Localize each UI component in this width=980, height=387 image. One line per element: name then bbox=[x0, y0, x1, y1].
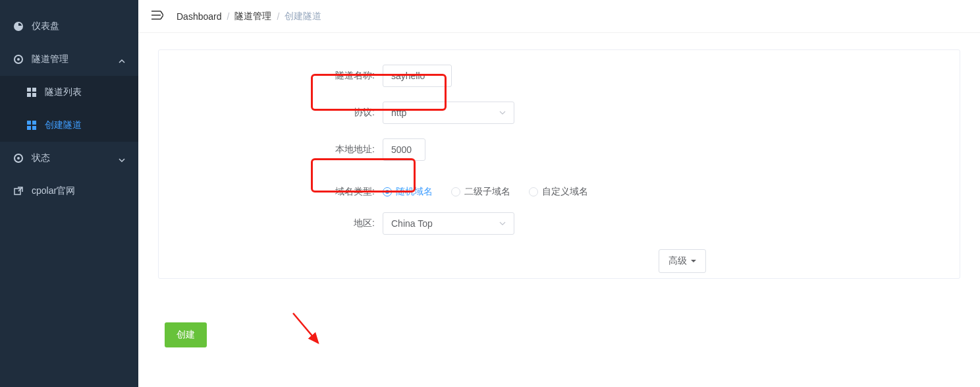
protocol-label: 协议: bbox=[159, 107, 383, 119]
chevron-down-icon bbox=[499, 107, 506, 118]
row-tunnel-name: 隧道名称: bbox=[159, 65, 960, 87]
protocol-value: http bbox=[391, 107, 406, 118]
svg-rect-9 bbox=[32, 126, 36, 130]
tunnel-name-label: 隧道名称: bbox=[159, 70, 383, 82]
sidebar-item-tunnel-list[interactable]: 隧道列表 bbox=[0, 76, 138, 109]
row-region: 地区: China Top bbox=[159, 212, 960, 235]
radio-circle bbox=[451, 187, 460, 196]
menu-toggle-icon[interactable] bbox=[151, 10, 163, 22]
region-label: 地区: bbox=[159, 218, 383, 229]
local-addr-input[interactable] bbox=[383, 138, 425, 161]
row-domain-type: 域名类型: 随机域名 二级子域名 自定义域名 bbox=[159, 186, 960, 198]
sidebar-label-cpolar-site: cpolar官网 bbox=[32, 185, 75, 197]
local-addr-label: 本地地址: bbox=[159, 144, 383, 156]
svg-rect-3 bbox=[32, 88, 36, 92]
region-value: China Top bbox=[391, 218, 433, 229]
region-select[interactable]: China Top bbox=[383, 212, 514, 235]
sidebar: 仪表盘 隧道管理 隧道列表 bbox=[0, 0, 138, 387]
breadcrumb-create-tunnel: 创建隧道 bbox=[285, 11, 321, 22]
row-local-addr: 本地地址: bbox=[159, 138, 960, 161]
advanced-row: 高级 bbox=[159, 249, 960, 273]
tunnel-icon bbox=[13, 54, 24, 65]
radio-sub-domain[interactable]: 二级子域名 bbox=[451, 186, 510, 198]
svg-line-13 bbox=[293, 313, 318, 343]
breadcrumb-dashboard[interactable]: Dashboard bbox=[177, 11, 222, 22]
radio-label-custom: 自定义域名 bbox=[542, 186, 588, 198]
caret-down-icon bbox=[691, 258, 696, 264]
chevron-down-icon bbox=[119, 155, 125, 162]
external-link-icon bbox=[13, 186, 24, 196]
breadcrumb: Dashboard / 隧道管理 / 创建隧道 bbox=[177, 11, 321, 22]
svg-rect-5 bbox=[32, 93, 36, 97]
svg-rect-7 bbox=[32, 121, 36, 125]
sidebar-item-cpolar-site[interactable]: cpolar官网 bbox=[0, 175, 138, 208]
breadcrumb-sep: / bbox=[277, 11, 279, 22]
breadcrumb-tunnel-mgmt[interactable]: 隧道管理 bbox=[234, 11, 271, 22]
domain-radio-group: 随机域名 二级子域名 自定义域名 bbox=[383, 186, 588, 198]
tunnel-name-input[interactable] bbox=[383, 65, 452, 87]
sidebar-item-status[interactable]: 状态 bbox=[0, 142, 138, 175]
sidebar-label-tunnel-mgmt: 隧道管理 bbox=[32, 53, 68, 65]
domain-type-label: 域名类型: bbox=[159, 186, 383, 198]
radio-label-random: 随机域名 bbox=[396, 186, 433, 198]
grid-icon bbox=[26, 120, 37, 131]
radio-circle bbox=[529, 187, 538, 196]
advanced-button[interactable]: 高级 bbox=[659, 249, 706, 273]
radio-random-domain[interactable]: 随机域名 bbox=[383, 186, 433, 198]
row-protocol: 协议: http bbox=[159, 102, 960, 124]
svg-rect-4 bbox=[27, 93, 31, 97]
radio-label-sub: 二级子域名 bbox=[464, 186, 510, 198]
radio-circle-checked bbox=[383, 187, 392, 196]
svg-point-11 bbox=[17, 157, 20, 160]
sidebar-submenu: 隧道列表 创建隧道 bbox=[0, 76, 138, 142]
sidebar-label-create-tunnel: 创建隧道 bbox=[45, 119, 82, 131]
grid-icon bbox=[26, 87, 37, 98]
svg-rect-8 bbox=[27, 126, 31, 130]
dashboard-icon bbox=[13, 21, 24, 32]
breadcrumb-sep: / bbox=[227, 11, 230, 22]
chevron-down-icon bbox=[499, 218, 506, 229]
protocol-select[interactable]: http bbox=[383, 102, 514, 124]
svg-rect-6 bbox=[27, 121, 31, 125]
sidebar-label-tunnel-list: 隧道列表 bbox=[45, 86, 82, 98]
create-button[interactable]: 创建 bbox=[165, 322, 207, 347]
annotation-arrow bbox=[286, 310, 333, 358]
radio-custom-domain[interactable]: 自定义域名 bbox=[529, 186, 588, 198]
svg-point-1 bbox=[17, 58, 20, 61]
sidebar-label-dashboard: 仪表盘 bbox=[32, 20, 59, 32]
sidebar-label-status: 状态 bbox=[32, 152, 50, 164]
sidebar-item-tunnel-mgmt[interactable]: 隧道管理 bbox=[0, 43, 138, 76]
advanced-label: 高级 bbox=[668, 255, 687, 267]
main-content: Dashboard / 隧道管理 / 创建隧道 隧道名称: 协议: http bbox=[138, 0, 980, 387]
chevron-up-icon bbox=[119, 56, 125, 63]
sidebar-item-create-tunnel[interactable]: 创建隧道 bbox=[0, 109, 138, 142]
topbar: Dashboard / 隧道管理 / 创建隧道 bbox=[138, 0, 980, 33]
status-icon bbox=[13, 153, 24, 164]
sidebar-item-dashboard[interactable]: 仪表盘 bbox=[0, 10, 138, 43]
form-content: 隧道名称: 协议: http 本地地址: bbox=[138, 33, 980, 387]
svg-rect-2 bbox=[27, 88, 31, 92]
